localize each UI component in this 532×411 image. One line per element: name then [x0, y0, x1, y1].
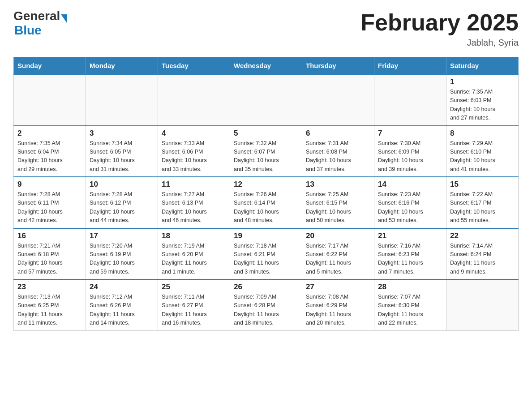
day-number: 11: [162, 180, 226, 189]
calendar-cell: 14Sunrise: 7:23 AMSunset: 6:16 PMDayligh…: [374, 177, 446, 228]
calendar-cell: 16Sunrise: 7:21 AMSunset: 6:18 PMDayligh…: [14, 228, 86, 280]
day-number: 15: [450, 180, 515, 189]
day-number: 24: [90, 283, 154, 291]
day-info: Sunrise: 7:07 AMSunset: 6:30 PMDaylight:…: [378, 293, 442, 328]
day-info: Sunrise: 7:08 AMSunset: 6:29 PMDaylight:…: [306, 293, 370, 328]
day-info: Sunrise: 7:33 AMSunset: 6:06 PMDaylight:…: [162, 139, 226, 174]
day-info: Sunrise: 7:20 AMSunset: 6:19 PMDaylight:…: [90, 242, 154, 277]
day-info: Sunrise: 7:28 AMSunset: 6:11 PMDaylight:…: [17, 190, 82, 225]
day-info: Sunrise: 7:28 AMSunset: 6:12 PMDaylight:…: [90, 190, 154, 225]
day-info: Sunrise: 7:29 AMSunset: 6:10 PMDaylight:…: [450, 139, 515, 174]
day-info: Sunrise: 7:18 AMSunset: 6:21 PMDaylight:…: [234, 242, 298, 277]
calendar-cell: 23Sunrise: 7:13 AMSunset: 6:25 PMDayligh…: [14, 279, 86, 330]
calendar-cell: 3Sunrise: 7:34 AMSunset: 6:05 PMDaylight…: [86, 126, 158, 177]
calendar-cell: 5Sunrise: 7:32 AMSunset: 6:07 PMDaylight…: [230, 126, 302, 177]
calendar-cell: [446, 279, 519, 330]
day-number: 10: [90, 180, 154, 189]
calendar-cell: 24Sunrise: 7:12 AMSunset: 6:26 PMDayligh…: [86, 279, 158, 330]
calendar-cell: 19Sunrise: 7:18 AMSunset: 6:21 PMDayligh…: [230, 228, 302, 280]
day-number: 13: [306, 180, 370, 189]
day-info: Sunrise: 7:19 AMSunset: 6:20 PMDaylight:…: [162, 242, 226, 277]
day-number: 22: [450, 231, 515, 240]
day-info: Sunrise: 7:09 AMSunset: 6:28 PMDaylight:…: [234, 293, 298, 328]
calendar-cell: [374, 74, 446, 126]
day-info: Sunrise: 7:17 AMSunset: 6:22 PMDaylight:…: [306, 242, 370, 277]
calendar-cell: 6Sunrise: 7:31 AMSunset: 6:08 PMDaylight…: [302, 126, 374, 177]
day-header-thursday: Thursday: [302, 57, 374, 75]
day-number: 2: [17, 129, 82, 138]
day-number: 21: [378, 231, 442, 240]
day-number: 20: [306, 231, 370, 240]
calendar-cell: 4Sunrise: 7:33 AMSunset: 6:06 PMDaylight…: [158, 126, 230, 177]
calendar-cell: 17Sunrise: 7:20 AMSunset: 6:19 PMDayligh…: [86, 228, 158, 280]
day-number: 17: [90, 231, 154, 240]
calendar-cell: 12Sunrise: 7:26 AMSunset: 6:14 PMDayligh…: [230, 177, 302, 228]
day-number: 5: [234, 129, 298, 138]
day-info: Sunrise: 7:21 AMSunset: 6:18 PMDaylight:…: [17, 242, 82, 277]
calendar-cell: [230, 74, 302, 126]
day-number: 27: [306, 283, 370, 291]
day-info: Sunrise: 7:11 AMSunset: 6:27 PMDaylight:…: [162, 293, 226, 328]
day-info: Sunrise: 7:22 AMSunset: 6:17 PMDaylight:…: [450, 190, 515, 225]
calendar-cell: 26Sunrise: 7:09 AMSunset: 6:28 PMDayligh…: [230, 279, 302, 330]
calendar-cell: 18Sunrise: 7:19 AMSunset: 6:20 PMDayligh…: [158, 228, 230, 280]
logo: General Blue: [13, 9, 67, 38]
logo-triangle-icon: [61, 14, 67, 23]
day-header-wednesday: Wednesday: [230, 57, 302, 75]
calendar-cell: [158, 74, 230, 126]
calendar-cell: 9Sunrise: 7:28 AMSunset: 6:11 PMDaylight…: [14, 177, 86, 228]
day-number: 25: [162, 283, 226, 291]
calendar-cell: 21Sunrise: 7:16 AMSunset: 6:23 PMDayligh…: [374, 228, 446, 280]
day-info: Sunrise: 7:26 AMSunset: 6:14 PMDaylight:…: [234, 190, 298, 225]
day-header-monday: Monday: [86, 57, 158, 75]
day-info: Sunrise: 7:12 AMSunset: 6:26 PMDaylight:…: [90, 293, 154, 328]
calendar-table: SundayMondayTuesdayWednesdayThursdayFrid…: [13, 57, 519, 331]
day-header-tuesday: Tuesday: [158, 57, 230, 75]
calendar-cell: 11Sunrise: 7:27 AMSunset: 6:13 PMDayligh…: [158, 177, 230, 228]
week-row-3: 9Sunrise: 7:28 AMSunset: 6:11 PMDaylight…: [14, 177, 519, 228]
calendar-cell: [302, 74, 374, 126]
calendar-cell: 2Sunrise: 7:35 AMSunset: 6:04 PMDaylight…: [14, 126, 86, 177]
calendar-cell: 10Sunrise: 7:28 AMSunset: 6:12 PMDayligh…: [86, 177, 158, 228]
day-number: 3: [90, 129, 154, 138]
calendar-cell: 28Sunrise: 7:07 AMSunset: 6:30 PMDayligh…: [374, 279, 446, 330]
day-number: 4: [162, 129, 226, 138]
day-number: 16: [17, 231, 82, 240]
day-info: Sunrise: 7:13 AMSunset: 6:25 PMDaylight:…: [17, 293, 82, 328]
day-info: Sunrise: 7:30 AMSunset: 6:09 PMDaylight:…: [378, 139, 442, 174]
day-number: 18: [162, 231, 226, 240]
calendar-title: February 2025: [360, 9, 519, 36]
day-number: 14: [378, 180, 442, 189]
day-info: Sunrise: 7:23 AMSunset: 6:16 PMDaylight:…: [378, 190, 442, 225]
week-row-2: 2Sunrise: 7:35 AMSunset: 6:04 PMDaylight…: [14, 126, 519, 177]
calendar-subtitle: Jablah, Syria: [360, 38, 519, 48]
calendar-cell: 27Sunrise: 7:08 AMSunset: 6:29 PMDayligh…: [302, 279, 374, 330]
calendar-cell: 13Sunrise: 7:25 AMSunset: 6:15 PMDayligh…: [302, 177, 374, 228]
day-number: 1: [450, 77, 515, 86]
week-row-5: 23Sunrise: 7:13 AMSunset: 6:25 PMDayligh…: [14, 279, 519, 330]
day-number: 8: [450, 129, 515, 138]
calendar-cell: 8Sunrise: 7:29 AMSunset: 6:10 PMDaylight…: [446, 126, 519, 177]
day-info: Sunrise: 7:32 AMSunset: 6:07 PMDaylight:…: [234, 139, 298, 174]
week-row-4: 16Sunrise: 7:21 AMSunset: 6:18 PMDayligh…: [14, 228, 519, 280]
calendar-cell: 7Sunrise: 7:30 AMSunset: 6:09 PMDaylight…: [374, 126, 446, 177]
week-row-1: 1Sunrise: 7:35 AMSunset: 6:03 PMDaylight…: [14, 74, 519, 126]
calendar-cell: [14, 74, 86, 126]
day-number: 23: [17, 283, 82, 291]
calendar-cell: 22Sunrise: 7:14 AMSunset: 6:24 PMDayligh…: [446, 228, 519, 280]
calendar-cell: 15Sunrise: 7:22 AMSunset: 6:17 PMDayligh…: [446, 177, 519, 228]
calendar-cell: 25Sunrise: 7:11 AMSunset: 6:27 PMDayligh…: [158, 279, 230, 330]
logo-blue-text: Blue: [14, 23, 67, 38]
day-info: Sunrise: 7:16 AMSunset: 6:23 PMDaylight:…: [378, 242, 442, 277]
day-info: Sunrise: 7:14 AMSunset: 6:24 PMDaylight:…: [450, 242, 515, 277]
day-info: Sunrise: 7:34 AMSunset: 6:05 PMDaylight:…: [90, 139, 154, 174]
day-number: 19: [234, 231, 298, 240]
day-number: 28: [378, 283, 442, 291]
calendar-cell: 20Sunrise: 7:17 AMSunset: 6:22 PMDayligh…: [302, 228, 374, 280]
logo-general-text: General: [13, 9, 60, 23]
day-info: Sunrise: 7:31 AMSunset: 6:08 PMDaylight:…: [306, 139, 370, 174]
page-header: General Blue February 2025 Jablah, Syria: [13, 9, 519, 48]
calendar-header-row: SundayMondayTuesdayWednesdayThursdayFrid…: [14, 57, 519, 75]
day-info: Sunrise: 7:35 AMSunset: 6:04 PMDaylight:…: [17, 139, 82, 174]
day-number: 12: [234, 180, 298, 189]
